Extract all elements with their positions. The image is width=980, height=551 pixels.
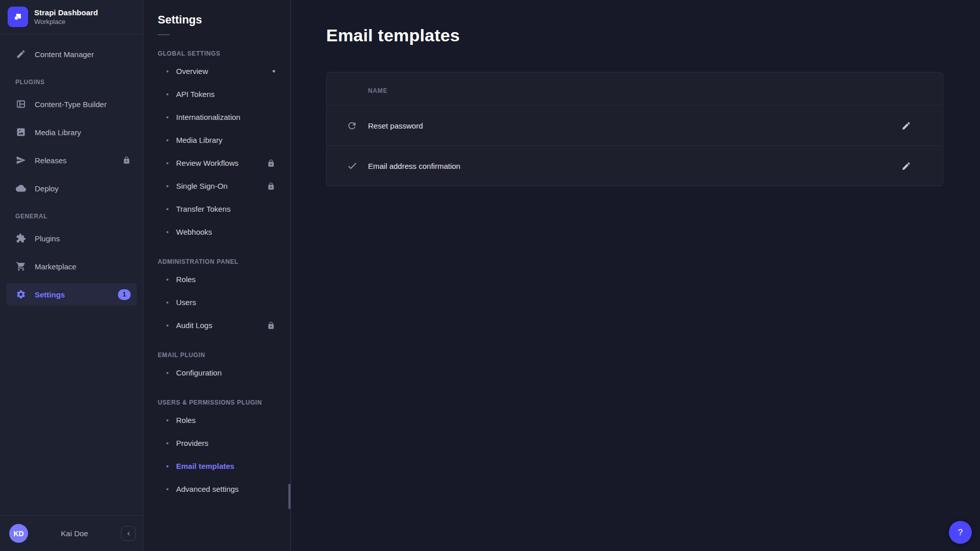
bullet-icon	[166, 419, 168, 421]
subnav-item-label: Transfer Tokens	[176, 205, 275, 213]
subnav-item-admin-roles[interactable]: Roles	[143, 268, 290, 291]
avatar[interactable]: KD	[9, 524, 28, 543]
subnav-item-audit-logs[interactable]: Audit Logs	[143, 314, 290, 337]
nav-item-content-type-builder[interactable]: Content-Type Builder	[6, 93, 137, 115]
bullet-icon	[166, 231, 168, 233]
pencil-icon	[901, 161, 911, 171]
nav-item-label: Settings	[35, 290, 118, 299]
subnav-item-email-templates[interactable]: Email templates	[143, 455, 290, 478]
bullet-icon	[166, 185, 168, 187]
table-column-header-name: NAME	[327, 72, 943, 105]
nav-item-settings[interactable]: Settings 1	[6, 283, 137, 306]
subnav-section-global-settings: Global settings	[158, 50, 290, 57]
subnav-item-providers[interactable]: Providers	[143, 432, 290, 455]
nav-item-media-library[interactable]: Media Library	[6, 121, 137, 143]
workspace-brand[interactable]: Strapi Dashboard Workplace	[0, 0, 143, 34]
bullet-icon	[166, 208, 168, 210]
bullet-icon	[166, 465, 168, 467]
subnav-item-label: API Tokens	[176, 90, 275, 98]
subnav-item-label: Roles	[176, 275, 275, 284]
subnav-item-review-workflows[interactable]: Review Workflows	[143, 152, 290, 174]
subnav-item-label: Webhooks	[176, 228, 275, 236]
bullet-icon	[166, 302, 168, 304]
lock-icon	[267, 182, 275, 190]
subnav-item-label: Overview	[176, 67, 273, 76]
subnav-item-advanced-settings[interactable]: Advanced settings	[143, 478, 290, 500]
nav-item-plugins[interactable]: Plugins	[6, 227, 137, 249]
bullet-icon	[166, 324, 168, 327]
subnav-item-up-roles[interactable]: Roles	[143, 409, 290, 432]
check-icon	[346, 160, 358, 172]
subnav-title: Settings	[158, 13, 290, 27]
subnav-item-label: Providers	[176, 439, 275, 447]
pencil-icon	[901, 121, 911, 131]
image-icon	[15, 127, 27, 138]
nav-item-releases[interactable]: Releases	[6, 149, 137, 171]
subnav-item-single-sign-on[interactable]: Single Sign-On	[143, 174, 290, 197]
subnav-section-users-permissions-plugin: Users & Permissions plugin	[158, 399, 290, 406]
subnav-item-label: Review Workflows	[176, 159, 267, 167]
main-content: Email templates NAME Reset password Emai…	[291, 0, 980, 551]
bullet-icon	[166, 116, 168, 118]
subnav-item-internationalization[interactable]: Internationalization	[143, 106, 290, 129]
nav-item-content-manager[interactable]: Content Manager	[6, 43, 137, 65]
subnav-item-webhooks[interactable]: Webhooks	[143, 220, 290, 243]
table-row-reset-password[interactable]: Reset password	[327, 106, 943, 145]
subnav-item-media-library[interactable]: Media Library	[143, 129, 290, 152]
nav-item-label: Content Manager	[35, 50, 131, 59]
subnav-item-configuration[interactable]: Configuration	[143, 361, 290, 384]
subnav-section-administration-panel: Administration panel	[158, 258, 290, 265]
nav-item-label: Marketplace	[35, 262, 131, 271]
sidebar-footer: KD Kai Doe	[0, 515, 143, 551]
bullet-icon	[166, 139, 168, 141]
subnav-item-transfer-tokens[interactable]: Transfer Tokens	[143, 197, 290, 220]
subnav-item-api-tokens[interactable]: API Tokens	[143, 83, 290, 106]
subnav-item-label: Internationalization	[176, 113, 275, 121]
workspace-title: Strapi Dashboard	[34, 8, 98, 17]
settings-notification-badge: 1	[118, 289, 131, 300]
page-title: Email templates	[326, 26, 944, 45]
cloud-icon	[15, 183, 27, 194]
subnav-item-label: Users	[176, 298, 275, 307]
nav-item-label: Content-Type Builder	[35, 100, 131, 109]
subnav-scrollbar-thumb[interactable]	[288, 484, 290, 509]
edit-reset-password-button[interactable]	[899, 118, 913, 133]
bullet-icon	[166, 70, 168, 72]
nav-item-label: Deploy	[35, 184, 131, 193]
template-name: Email address confirmation	[368, 162, 899, 170]
table-row-email-address-confirmation[interactable]: Email address confirmation	[327, 146, 943, 186]
subnav-item-label: Email templates	[176, 462, 275, 470]
subnav-item-label: Audit Logs	[176, 321, 267, 330]
user-name: Kai Doe	[28, 529, 121, 538]
subnav-item-label: Roles	[176, 416, 275, 424]
cart-icon	[15, 261, 27, 272]
help-button[interactable]: ?	[949, 521, 972, 544]
nav-item-deploy[interactable]: Deploy	[6, 177, 137, 199]
main-sidebar: Strapi Dashboard Workplace Content Manag…	[0, 0, 143, 551]
subnav-item-label: Single Sign-On	[176, 182, 267, 190]
edit-email-confirmation-button[interactable]	[899, 159, 913, 173]
nav-item-label: Plugins	[35, 234, 131, 243]
subnav-item-label: Configuration	[176, 368, 275, 377]
strapi-logo-icon	[8, 7, 28, 27]
nav-item-marketplace[interactable]: Marketplace	[6, 255, 137, 278]
main-nav-list: Content Manager Plugins Content-Type Bui…	[0, 35, 143, 311]
chevron-left-icon	[125, 530, 132, 537]
subnav-item-admin-users[interactable]: Users	[143, 291, 290, 314]
collapse-sidebar-button[interactable]	[121, 526, 136, 541]
lock-icon	[267, 321, 275, 330]
puzzle-icon	[15, 233, 27, 244]
workspace-subtitle: Workplace	[34, 18, 98, 26]
bullet-icon	[166, 488, 168, 490]
question-mark-icon: ?	[958, 528, 963, 538]
nav-section-general: General	[15, 213, 137, 220]
template-name: Reset password	[368, 121, 899, 130]
subnav-item-label: Media Library	[176, 136, 275, 144]
bullet-icon	[166, 93, 168, 95]
pencil-square-icon	[15, 48, 27, 60]
bullet-icon	[166, 442, 168, 444]
subnav-item-overview[interactable]: Overview	[143, 60, 290, 83]
subnav-item-label: Advanced settings	[176, 485, 275, 493]
layout-grid-icon	[15, 98, 27, 110]
settings-subnav: Settings Global settings Overview API To…	[143, 0, 291, 551]
